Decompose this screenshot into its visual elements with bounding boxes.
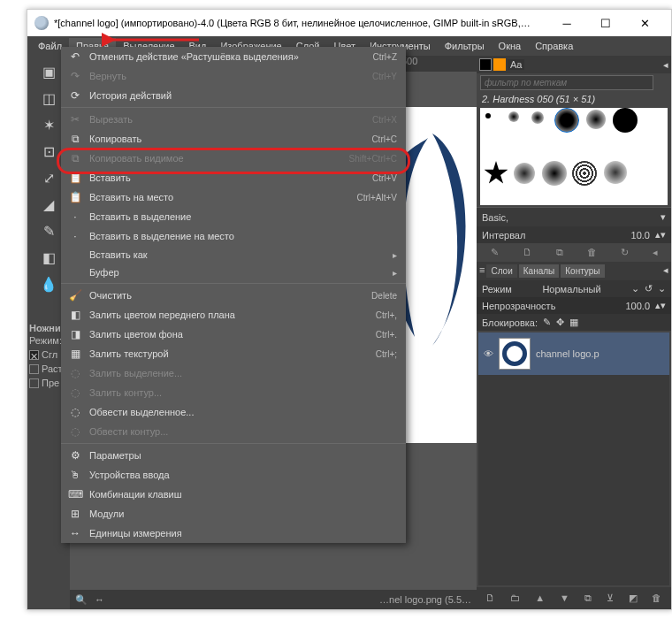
- brush-grid[interactable]: [480, 108, 668, 205]
- opt-label-0: Сгл: [42, 349, 57, 360]
- dup-layer-icon[interactable]: ⧉: [584, 592, 592, 604]
- chevron-down-icon[interactable]: ⌄: [631, 283, 639, 294]
- layer-name[interactable]: channel logo.p: [536, 348, 599, 359]
- delete-layer-icon[interactable]: 🗑: [652, 592, 661, 604]
- layer-group-icon[interactable]: 🗀: [510, 592, 520, 604]
- minimize-button[interactable]: ─: [547, 10, 586, 36]
- menu-item[interactable]: ⟳История действий: [61, 86, 406, 105]
- brush-tab-icon[interactable]: [479, 58, 492, 71]
- app-icon: [34, 16, 49, 30]
- lock-alpha-icon[interactable]: ▦: [569, 317, 578, 328]
- menu-окна[interactable]: Окна: [492, 38, 529, 54]
- close-button[interactable]: ✕: [625, 10, 664, 36]
- del-brush-icon[interactable]: 🗑: [587, 247, 597, 258]
- tool-pencil[interactable]: ✎: [33, 218, 65, 243]
- menu-item-icon: ⧉: [68, 133, 82, 145]
- nav-icon[interactable]: ↔: [95, 594, 104, 605]
- opt-check-2[interactable]: [29, 378, 39, 388]
- layers-dock-menu-icon[interactable]: ◂: [663, 264, 668, 278]
- tool-transform[interactable]: ⤢: [33, 165, 65, 190]
- menu-item[interactable]: 📋ВставитьCtrl+V: [61, 168, 406, 187]
- tool-rect-select[interactable]: ▣: [33, 59, 65, 84]
- mode-reset-icon[interactable]: ↺: [645, 283, 653, 294]
- menu-item[interactable]: Буфер▸: [61, 264, 406, 281]
- layer-row[interactable]: 👁 channel logo.p: [478, 332, 669, 375]
- chevron-down-icon[interactable]: ▾: [661, 211, 666, 223]
- interval-stepper[interactable]: ▴▾: [655, 229, 666, 241]
- lock-pixels-icon[interactable]: ✎: [543, 317, 551, 328]
- menu-item[interactable]: Вставить как▸: [61, 246, 406, 264]
- menu-item[interactable]: ⊞Модули: [61, 504, 406, 523]
- tab-layers[interactable]: Слои: [486, 264, 516, 278]
- menu-справка[interactable]: Справка: [528, 38, 580, 54]
- new-layer-icon[interactable]: 🗋: [485, 592, 495, 604]
- layers-tab-prefix-icon[interactable]: ≡: [479, 264, 485, 278]
- menu-item[interactable]: ⌨Комбинации клавиш: [61, 485, 406, 504]
- menu-item: ⧉Копировать видимоеShift+Ctrl+C: [61, 149, 406, 168]
- menu-item[interactable]: ·Вставить в выделение: [61, 207, 406, 226]
- layer-mode-value[interactable]: Нормальный: [517, 284, 626, 294]
- menu-item[interactable]: ◧Залить цветом переднего планаCtrl+,: [61, 305, 406, 325]
- opacity-stepper[interactable]: ▴▾: [655, 300, 666, 311]
- new-brush-icon[interactable]: 🗋: [523, 247, 532, 258]
- menu-item-shortcut: Ctrl+;: [376, 349, 397, 359]
- menu-item-label: Вставить как: [89, 249, 386, 260]
- menu-item-shortcut: Ctrl+X: [372, 115, 397, 125]
- opt-check-1[interactable]: [29, 364, 39, 374]
- layers-tabs: ≡ Слои Каналы Контуры ◂: [477, 262, 671, 280]
- menu-item[interactable]: ⚙Параметры: [61, 446, 406, 465]
- mask-layer-icon[interactable]: ◩: [629, 592, 638, 604]
- menu-item-label: Залить цветом фона: [89, 329, 369, 340]
- lower-layer-icon[interactable]: ▼: [560, 592, 569, 604]
- dup-brush-icon[interactable]: ⧉: [556, 247, 563, 258]
- tool-smudge[interactable]: 💧: [33, 271, 65, 296]
- tool-crop[interactable]: ⊡: [33, 139, 65, 164]
- titlebar: *[channel logo] (импортировано)-4.0 (Цве…: [27, 10, 671, 36]
- menu-item-label: История действий: [89, 90, 390, 101]
- menu-item[interactable]: 🖱Устройства ввода: [61, 465, 406, 485]
- refresh-brush-icon[interactable]: ↻: [621, 247, 629, 258]
- menu-item[interactable]: ◨Залить цветом фонаCtrl+.: [61, 325, 406, 344]
- menu-item-label: Буфер: [89, 267, 386, 278]
- menu-item[interactable]: ·Вставить в выделение на место: [61, 226, 406, 246]
- layers-actions: 🗋🗀▲▼⧉⊻◩🗑: [477, 587, 671, 609]
- menu-item-label: Единицы измерения: [89, 528, 390, 539]
- menu-item[interactable]: ◌Обвести выделенное...: [61, 402, 406, 422]
- visibility-icon[interactable]: 👁: [484, 348, 493, 359]
- tool-fuzzy-select[interactable]: ✶: [33, 112, 65, 137]
- tool-free-select[interactable]: ◫: [33, 86, 65, 111]
- menu-item[interactable]: ↔Единицы измерения: [61, 523, 406, 543]
- menu-item-label: Вставить на место: [89, 192, 349, 203]
- tool-bucket[interactable]: ◢: [33, 192, 65, 217]
- pattern-tab-icon[interactable]: [493, 58, 506, 71]
- merge-layer-icon[interactable]: ⊻: [607, 592, 614, 604]
- tab-channels[interactable]: Каналы: [519, 264, 560, 278]
- menu-item-icon: ◌: [68, 367, 82, 379]
- opt-check-0[interactable]: ✕: [29, 350, 39, 360]
- menu-item-shortcut: Ctrl+V: [372, 173, 397, 183]
- brush-preset-label[interactable]: Basic,: [482, 212, 655, 223]
- maximize-button[interactable]: ☐: [586, 10, 625, 36]
- brush-filter-input[interactable]: [480, 75, 653, 90]
- menu-item[interactable]: ▦Залить текстуройCtrl+;: [61, 344, 406, 363]
- dock-menu-icon[interactable]: ◂: [663, 59, 668, 71]
- menu-item[interactable]: ⧉КопироватьCtrl+C: [61, 129, 406, 149]
- chevron-down-icon[interactable]: ⌄: [658, 283, 666, 294]
- menu-item[interactable]: ↶Отменить действие «Растушёвка выделения…: [61, 47, 406, 66]
- menu-фильтры[interactable]: Фильтры: [438, 38, 492, 54]
- tab-paths[interactable]: Контуры: [561, 264, 604, 278]
- brush-opts-icon[interactable]: ◂: [653, 247, 658, 258]
- window-title: *[channel logo] (импортировано)-4.0 (Цве…: [54, 18, 547, 28]
- opacity-value[interactable]: 100.0: [625, 301, 650, 311]
- lock-position-icon[interactable]: ✥: [556, 317, 564, 328]
- zoom-icon[interactable]: 🔍: [75, 594, 88, 606]
- edit-brush-icon[interactable]: ✎: [491, 247, 499, 258]
- menu-item[interactable]: 📋Вставить на местоCtrl+Alt+V: [61, 187, 406, 207]
- menu-item[interactable]: 🧹ОчиститьDelete: [61, 286, 406, 305]
- font-tab-icon[interactable]: Aa: [508, 59, 524, 70]
- menu-item-label: Вырезать: [89, 114, 365, 125]
- interval-value[interactable]: 10.0: [631, 230, 650, 241]
- interval-label: Интервал: [482, 230, 626, 241]
- raise-layer-icon[interactable]: ▲: [535, 592, 545, 604]
- tool-eraser[interactable]: ◧: [33, 245, 65, 270]
